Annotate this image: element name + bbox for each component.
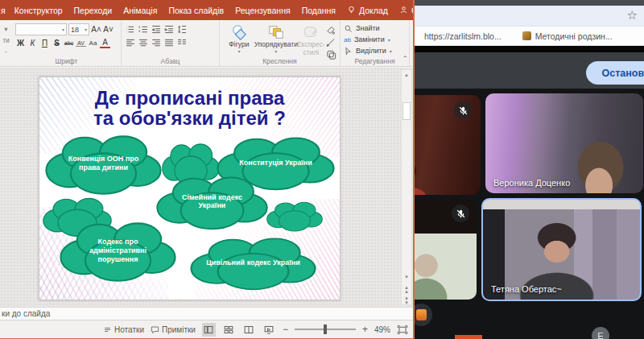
scroll-down-icon[interactable]: ▾ <box>405 272 408 282</box>
font-size-combobox[interactable]: 18▾ <box>68 23 89 35</box>
bookmark-item-url[interactable]: https://zarlitslm.blo... <box>424 31 502 41</box>
dropdown-arrow-icon[interactable]: ▾ <box>4 25 7 33</box>
font-name-combobox[interactable]: ▾ <box>15 23 67 35</box>
collapse-ribbon-icon[interactable]: ⌃ <box>402 55 408 63</box>
arrange-button[interactable]: Упорядкувати ▾ <box>255 23 297 55</box>
quick-styles-button[interactable]: Експрес-стилі <box>297 23 325 57</box>
bookmark-item-methodical[interactable]: Методичні родзин... <box>522 31 613 41</box>
button-label: Примітки <box>162 325 196 334</box>
italic-button[interactable]: К <box>27 39 38 48</box>
avatar-badge[interactable]: E <box>592 327 609 339</box>
select-button[interactable]: Виділити ▾ <box>344 45 406 56</box>
tab-share[interactable]: Спільний доступ <box>394 0 413 20</box>
browser-tab-strip[interactable] <box>413 0 644 6</box>
chevron-down-icon: ▾ <box>388 37 390 43</box>
normal-view-icon <box>203 325 214 335</box>
bookmark-star-icon[interactable]: ☆ <box>627 8 638 23</box>
underline-button[interactable]: П <box>39 39 50 48</box>
notes-icon <box>103 325 112 335</box>
reading-view-button[interactable] <box>242 323 256 337</box>
bookmarks-bar: https://zarlitslm.blo... Методичні родзи… <box>413 27 644 46</box>
slideshow-icon <box>263 325 275 335</box>
vertical-scrollbar[interactable]: ▴ ▾ ▴▴ ▾▾ <box>401 69 412 305</box>
mic-muted-icon <box>452 205 469 222</box>
normal-view-button[interactable] <box>202 323 216 337</box>
change-case-button[interactable]: Aa <box>88 39 98 47</box>
replace-button[interactable]: ab Замінити ▾ <box>344 34 406 45</box>
slideshow-view-button[interactable] <box>262 323 276 337</box>
tab-transitions[interactable]: Переходи <box>68 0 118 20</box>
zoom-in-button[interactable]: + <box>362 324 368 335</box>
zoom-slider-thumb[interactable] <box>324 325 327 334</box>
cloud-shape-civil-code[interactable]: Цивільний кодекс України <box>190 233 316 292</box>
video-tile-tetyana-speaking[interactable]: Тетяна Обертас~ <box>481 198 642 301</box>
browser-address-bar[interactable]: ☆ <box>413 6 644 27</box>
shape-fill-icon[interactable] <box>325 25 336 35</box>
columns-icon[interactable] <box>176 38 188 48</box>
avatar-letter: E <box>597 331 603 339</box>
video-tile-veronika[interactable]: Вероника Доценко <box>485 93 643 193</box>
slide-sorter-view-button[interactable] <box>222 323 236 337</box>
scroll-up-icon[interactable]: ▴ <box>405 70 408 80</box>
tab-slideshow[interactable]: Показ слайдів <box>163 0 229 20</box>
shrink-font-button[interactable]: A˅ <box>103 25 114 34</box>
shapes-button[interactable]: Фігури ▾ <box>223 23 255 55</box>
stop-presenting-button[interactable]: Остановит <box>586 61 644 85</box>
chevron-down-icon: ▾ <box>85 27 87 32</box>
cloud-shape-admin-code[interactable]: Кодекс про адміністративні порушення <box>60 217 176 284</box>
notes-toggle-button[interactable]: Нотатки <box>103 325 144 335</box>
shape-outline-icon[interactable] <box>325 37 336 48</box>
browser-window: ☆ https://zarlitslm.blo... Методичні род… <box>413 0 644 339</box>
character-spacing-button[interactable]: AV <box>76 40 86 47</box>
slide-title[interactable]: Де прописані права та обов'язки дітей ? <box>56 88 324 129</box>
tab-tell-me[interactable]: Доклад <box>341 0 394 20</box>
cloud-text: Конституція України <box>231 158 321 167</box>
align-right-icon[interactable] <box>151 38 162 48</box>
comments-toggle-button[interactable]: Примітки <box>151 325 196 335</box>
button-label: Замінити <box>354 35 385 43</box>
tab-design[interactable]: Конструктор <box>9 0 68 20</box>
zoom-level[interactable]: 49% <box>374 325 390 334</box>
tab-review[interactable]: Рецензування <box>229 0 295 20</box>
align-left-icon[interactable] <box>125 38 136 48</box>
slide-canvas[interactable]: Де прописані права та обов'язки дітей ? … <box>0 68 413 307</box>
cloud-shape-empty[interactable] <box>266 199 323 233</box>
strikethrough-abc-button[interactable]: abc <box>64 40 74 46</box>
zoom-slider[interactable] <box>295 329 356 330</box>
bold-button[interactable]: Ж <box>15 39 26 48</box>
reaction-emoji-icon <box>416 309 427 320</box>
grow-font-button[interactable]: A˄ <box>91 25 101 34</box>
line-spacing-icon[interactable] <box>176 24 188 35</box>
strikethrough-button[interactable]: S <box>52 39 62 48</box>
tab-insert-partial[interactable]: я <box>0 0 9 20</box>
font-color-button[interactable]: A <box>100 38 110 48</box>
cloud-text: Сімейний кодекс України <box>170 193 255 211</box>
numbering-icon[interactable] <box>138 24 149 35</box>
tab-animations[interactable]: Анімація <box>118 0 163 20</box>
fit-to-window-icon[interactable] <box>397 325 408 335</box>
cloud-shape-convention[interactable]: Конвенція ООН про права дитини <box>45 130 162 197</box>
meet-header-bar: Остановит <box>413 52 644 89</box>
tab-view[interactable]: Подання <box>296 0 341 20</box>
justify-icon[interactable] <box>163 38 175 48</box>
notes-pane[interactable]: ки до слайда <box>0 307 413 320</box>
zoom-out-button[interactable]: − <box>283 324 288 335</box>
title-line-2: та обов'язки дітей ? <box>56 108 324 128</box>
next-slide-button[interactable]: ▾▾ <box>405 296 408 304</box>
slide[interactable]: Де прописані права та обов'язки дітей ? … <box>39 76 341 300</box>
increase-indent-icon[interactable] <box>163 24 175 35</box>
group-label-editing: Редагування <box>341 57 409 65</box>
tab-label: Доклад <box>359 6 388 15</box>
paste-label-fragment: ти <box>2 36 10 44</box>
button-label: Упорядкувати <box>254 41 298 49</box>
find-button[interactable]: Знайти <box>344 23 406 34</box>
button-label: Знайти <box>356 24 380 32</box>
button-label: Фігури <box>229 41 249 49</box>
title-line-1: Де прописані права <box>56 88 324 108</box>
decrease-indent-icon[interactable] <box>151 24 162 35</box>
scrollbar-thumb[interactable] <box>402 102 411 120</box>
align-center-icon[interactable] <box>138 38 149 48</box>
previous-slide-button[interactable]: ▴▴ <box>405 285 408 293</box>
bullets-icon[interactable] <box>125 24 136 35</box>
chevron-down-icon: ▾ <box>237 49 240 55</box>
